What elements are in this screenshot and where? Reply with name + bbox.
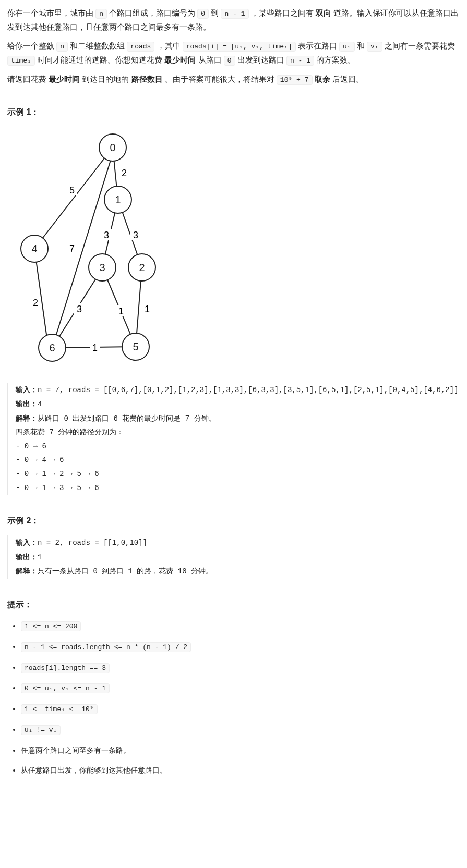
code-timei: timeᵢ <box>7 56 35 66</box>
example-2-explain: 只有一条从路口 0 到路口 1 的路，花费 10 分钟。 <box>38 567 213 576</box>
edge-w-01: 2 <box>122 168 127 178</box>
text: 到 <box>209 8 221 17</box>
text: 出发到达路口 <box>235 55 286 64</box>
text: 之间有一条需要花费 <box>382 41 455 50</box>
example-1-explain-1: 从路口 0 出发到路口 6 花费的最少时间是 7 分钟。 <box>38 414 216 423</box>
text: 你在一个城市里，城市由 <box>7 8 95 17</box>
text: 后返回。 <box>330 75 364 83</box>
example-2-output: 1 <box>38 553 42 561</box>
code-n: n <box>95 9 107 19</box>
code-n-1: n - 1 <box>286 56 314 66</box>
bold-bidirectional: 双向 <box>316 8 331 17</box>
hint-item: 0 <= uᵢ, vᵢ <= n - 1 <box>21 681 460 695</box>
example-1-path-4: - 0 → 1 → 3 → 5 → 6 <box>16 481 460 495</box>
hint-code-6: uᵢ != vᵢ <box>21 725 61 735</box>
text: ，其中 <box>154 41 182 50</box>
text: 个路口组成，路口编号为 <box>107 8 197 17</box>
desc-paragraph-2: 给你一个整数 n 和二维整数数组 roads ，其中 roads[i] = [u… <box>7 39 460 67</box>
text: 从路口 <box>196 55 223 64</box>
bold-min-time: 最少时间 <box>49 75 80 83</box>
bold-path-count: 路径数目 <box>131 75 163 83</box>
hint-item: 从任意路口出发，你能够到达其他任意路口。 <box>21 764 460 777</box>
edge-w-46: 2 <box>33 298 38 308</box>
text: 到达目的地的 <box>80 75 131 83</box>
graph-node-0: 0 <box>110 142 115 153</box>
hint-item: roads[i].length == 3 <box>21 661 460 675</box>
hint-item: 任意两个路口之间至多有一条路。 <box>21 744 460 757</box>
explain-label: 解释： <box>16 567 38 575</box>
text: 和二维整数数组 <box>68 41 127 50</box>
text: 和 <box>355 41 367 50</box>
input-label: 输入： <box>16 385 38 394</box>
text: 表示在路口 <box>296 41 339 50</box>
example-1-explain-2: 四条花费 7 分钟的路径分别为： <box>16 425 460 439</box>
text: 请返回花费 <box>7 75 49 83</box>
example-1-graph: 0 1 2 3 4 5 6 5 2 7 3 3 1 1 3 1 2 <box>15 128 460 372</box>
edge-w-12: 3 <box>133 230 138 240</box>
edge-w-04: 5 <box>69 185 75 195</box>
edge-w-25: 1 <box>145 304 150 314</box>
bold-mod: 取余 <box>315 75 330 83</box>
edge-w-13: 3 <box>104 230 109 240</box>
desc-paragraph-3: 请返回花费 最少时间 到达目的地的 路径数目 。由于答案可能很大，将结果对 10… <box>7 72 460 87</box>
edge-w-63: 3 <box>77 304 82 314</box>
edge-w-65: 1 <box>92 343 98 353</box>
text: 时间才能通过的道路。你想知道花费 <box>35 55 164 64</box>
example-1-title: 示例 1： <box>7 105 460 119</box>
text: 给你一个整数 <box>7 41 56 50</box>
example-2-title: 示例 2： <box>7 514 460 528</box>
hint-code-5: 1 <= timeᵢ <= 10⁹ <box>21 704 98 714</box>
code-0: 0 <box>197 9 209 19</box>
graph-node-3: 3 <box>99 262 105 273</box>
edge-w-35: 1 <box>118 306 124 316</box>
graph-node-4: 4 <box>31 243 37 254</box>
hint-code-4: 0 <= uᵢ, vᵢ <= n - 1 <box>21 683 110 693</box>
graph-node-2: 2 <box>139 262 145 273</box>
example-1-block: 输入：n = 7, roads = [[0,6,7],[0,1,2],[1,2,… <box>7 383 460 495</box>
hint-item: 1 <= timeᵢ <= 10⁹ <box>21 702 460 716</box>
hint-code-1: 1 <= n <= 200 <box>21 621 81 631</box>
code-n-1: n - 1 <box>221 9 248 19</box>
example-1-input: n = 7, roads = [[0,6,7],[0,1,2],[1,2,3],… <box>38 386 459 394</box>
hint-code-2: n - 1 <= roads.length <= n * (n - 1) / 2 <box>21 642 191 652</box>
hint-item: n - 1 <= roads.length <= n * (n - 1) / 2 <box>21 640 460 654</box>
svg-line-0 <box>34 148 113 249</box>
example-2-input: n = 2, roads = [[1,0,10]] <box>38 539 147 547</box>
code-roads: roads <box>127 42 154 52</box>
edge-w-06: 7 <box>69 243 75 254</box>
text: 的方案数。 <box>314 55 355 64</box>
code-ui: uᵢ <box>339 42 355 52</box>
input-label: 输入： <box>16 538 38 546</box>
example-1-output: 4 <box>38 400 42 408</box>
text: 。由于答案可能很大，将结果对 <box>163 75 277 83</box>
hint-item: uᵢ != vᵢ <box>21 723 460 737</box>
output-label: 输出： <box>16 399 38 408</box>
code-n: n <box>56 42 68 52</box>
code-roads-i: roads[i] = [uᵢ, vᵢ, timeᵢ] <box>183 42 296 52</box>
hints-title: 提示： <box>7 597 460 612</box>
code-0: 0 <box>224 56 235 66</box>
text: ，某些路口之间有 <box>249 8 316 17</box>
output-label: 输出： <box>16 553 38 561</box>
hint-item: 1 <= n <= 200 <box>21 619 460 633</box>
hint-code-3: roads[i].length == 3 <box>21 663 110 673</box>
bold-min-time: 最少时间 <box>164 55 196 64</box>
desc-paragraph-1: 你在一个城市里，城市由 n 个路口组成，路口编号为 0 到 n - 1 ，某些路… <box>7 6 460 34</box>
example-1-path-2: - 0 → 4 → 6 <box>16 453 460 467</box>
svg-line-2 <box>52 157 112 348</box>
example-1-path-3: - 0 → 1 → 2 → 5 → 6 <box>16 467 460 481</box>
graph-node-5: 5 <box>133 341 138 352</box>
example-1-path-1: - 0 → 6 <box>16 439 460 454</box>
graph-svg: 0 1 2 3 4 5 6 5 2 7 3 3 1 1 3 1 2 <box>15 128 166 368</box>
graph-node-1: 1 <box>115 194 121 205</box>
code-mod: 10⁹ + 7 <box>277 75 313 85</box>
explain-label: 解释： <box>16 414 38 422</box>
graph-node-6: 6 <box>49 342 55 353</box>
example-2-block: 输入：n = 2, roads = [[1,0,10]] 输出：1 解释：只有一… <box>7 535 460 579</box>
code-vi: vᵢ <box>367 42 382 52</box>
hints-list: 1 <= n <= 200 n - 1 <= roads.length <= n… <box>7 619 460 777</box>
